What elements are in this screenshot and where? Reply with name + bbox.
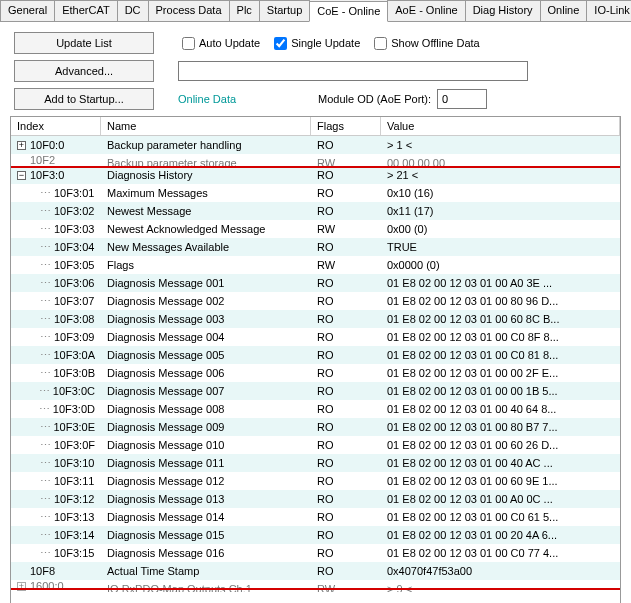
table-row[interactable]: ⋯10F3:0ADiagnosis Message 005RO01 E8 02 … <box>11 346 620 364</box>
table-row[interactable]: ⋯10F3:15Diagnosis Message 016RO01 E8 02 … <box>11 544 620 562</box>
table-row[interactable]: ⋯10F3:08Diagnosis Message 003RO01 E8 02 … <box>11 310 620 328</box>
table-row[interactable]: ⋯10F3:03Newest Acknowledged MessageRW0x0… <box>11 220 620 238</box>
module-od-input[interactable] <box>437 89 487 109</box>
table-row[interactable]: ⋯10F3:13Diagnosis Message 014RO01 E8 02 … <box>11 508 620 526</box>
tab-online[interactable]: Online <box>540 0 588 21</box>
tab-coe-online[interactable]: CoE - Online <box>309 1 388 22</box>
grid-body[interactable]: +10F0:0Backup parameter handlingRO> 1 <1… <box>11 136 620 603</box>
expand-icon[interactable]: + <box>17 582 26 591</box>
tab-io-link[interactable]: IO-Link <box>586 0 631 21</box>
table-row[interactable]: 10F8Actual Time StampRO0x4070f47f53a00 <box>11 562 620 580</box>
col-value[interactable]: Value <box>381 117 620 135</box>
table-row[interactable]: +1600:0IO RxPDO-Map Outputs Ch.1RW> 9 < <box>11 580 620 592</box>
tab-ethercat[interactable]: EtherCAT <box>54 0 117 21</box>
table-row[interactable]: ⋯10F3:06Diagnosis Message 001RO01 E8 02 … <box>11 274 620 292</box>
expand-icon[interactable]: − <box>17 171 26 180</box>
table-row[interactable]: ⋯10F3:0FDiagnosis Message 010RO01 E8 02 … <box>11 436 620 454</box>
table-row[interactable]: ⋯10F3:11Diagnosis Message 012RO01 E8 02 … <box>11 472 620 490</box>
table-row[interactable]: +10F0:0Backup parameter handlingRO> 1 < <box>11 136 620 154</box>
grid-header: Index Name Flags Value <box>11 117 620 136</box>
tab-strip: GeneralEtherCATDCProcess DataPlcStartupC… <box>0 0 631 22</box>
table-row[interactable]: ⋯10F3:05FlagsRW0x0000 (0) <box>11 256 620 274</box>
table-row[interactable]: ⋯10F3:0DDiagnosis Message 008RO01 E8 02 … <box>11 400 620 418</box>
tab-dc[interactable]: DC <box>117 0 149 21</box>
coe-grid: Index Name Flags Value +10F0:0Backup par… <box>10 116 621 603</box>
table-row[interactable]: ⋯10F3:10Diagnosis Message 011RO01 E8 02 … <box>11 454 620 472</box>
col-name[interactable]: Name <box>101 117 311 135</box>
tab-process-data[interactable]: Process Data <box>148 0 230 21</box>
tab-plc[interactable]: Plc <box>229 0 260 21</box>
table-row[interactable]: ⋯10F3:04New Messages AvailableROTRUE <box>11 238 620 256</box>
table-row[interactable]: −10F3:0Diagnosis HistoryRO> 21 < <box>11 166 620 184</box>
online-data-label: Online Data <box>178 93 278 105</box>
filter-input[interactable] <box>178 61 528 81</box>
table-row[interactable]: ⋯10F3:0BDiagnosis Message 006RO01 E8 02 … <box>11 364 620 382</box>
auto-update-checkbox[interactable]: Auto Update <box>178 34 260 53</box>
show-offline-checkbox[interactable]: Show Offline Data <box>370 34 479 53</box>
table-row[interactable]: ⋯10F3:01Maximum MessagesRO0x10 (16) <box>11 184 620 202</box>
table-row[interactable]: ⋯10F3:02Newest MessageRO0x11 (17) <box>11 202 620 220</box>
expand-icon[interactable]: + <box>17 141 26 150</box>
table-row[interactable]: 10F2Backup parameter storageRW00 00 00 0… <box>11 154 620 166</box>
module-od-label: Module OD (AoE Port): <box>318 93 431 105</box>
update-list-button[interactable]: Update List <box>14 32 154 54</box>
tab-aoe-online[interactable]: AoE - Online <box>387 0 465 21</box>
col-index[interactable]: Index <box>11 117 101 135</box>
table-row[interactable]: ⋯10F3:09Diagnosis Message 004RO01 E8 02 … <box>11 328 620 346</box>
table-row[interactable]: ⋯10F3:0CDiagnosis Message 007RO01 E8 02 … <box>11 382 620 400</box>
col-flags[interactable]: Flags <box>311 117 381 135</box>
tab-diag-history[interactable]: Diag History <box>465 0 541 21</box>
panel: Update List Auto Update Single Update Sh… <box>0 22 631 110</box>
tab-startup[interactable]: Startup <box>259 0 310 21</box>
add-to-startup-button[interactable]: Add to Startup... <box>14 88 154 110</box>
table-row[interactable]: ⋯10F3:07Diagnosis Message 002RO01 E8 02 … <box>11 292 620 310</box>
table-row[interactable]: ⋯10F3:14Diagnosis Message 015RO01 E8 02 … <box>11 526 620 544</box>
tab-general[interactable]: General <box>0 0 55 21</box>
table-row[interactable]: ⋯10F3:12Diagnosis Message 013RO01 E8 02 … <box>11 490 620 508</box>
table-row[interactable]: ⋯10F3:0EDiagnosis Message 009RO01 E8 02 … <box>11 418 620 436</box>
single-update-checkbox[interactable]: Single Update <box>270 34 360 53</box>
advanced-button[interactable]: Advanced... <box>14 60 154 82</box>
